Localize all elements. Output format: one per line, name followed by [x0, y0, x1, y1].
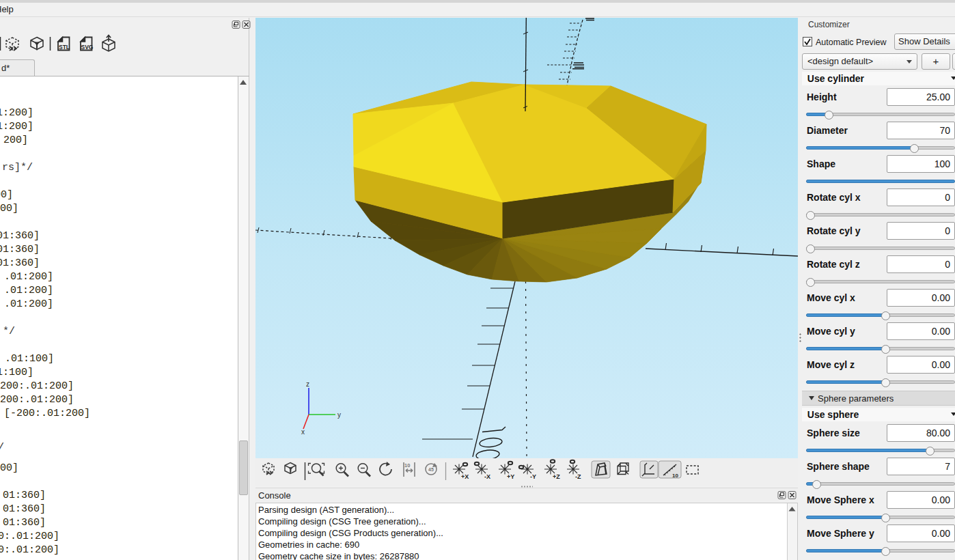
svg-text:STL: STL — [59, 44, 70, 51]
svg-text:45: 45 — [428, 467, 434, 472]
svg-text:-Z: -Z — [575, 473, 581, 480]
svg-text:10: 10 — [404, 462, 410, 468]
svg-text:+Y: +Y — [507, 473, 514, 480]
svg-text:-Y: -Y — [530, 473, 536, 480]
svg-text:+Z: +Z — [553, 473, 560, 480]
svg-text:-X: -X — [484, 473, 490, 480]
svg-text:+X: +X — [461, 473, 469, 480]
svg-text:SVG: SVG — [81, 44, 94, 51]
svg-text:z: z — [306, 380, 309, 388]
svg-text:10: 10 — [672, 473, 678, 479]
svg-text:x: x — [301, 428, 305, 436]
svg-text:y: y — [337, 411, 341, 419]
